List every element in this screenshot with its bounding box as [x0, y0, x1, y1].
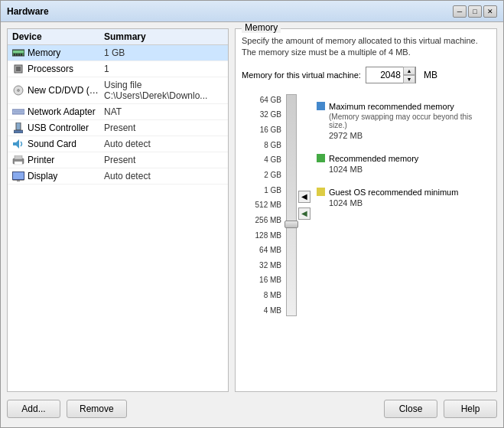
memory-size-row: Memory for this virtual machine: ▲ ▼ MB	[242, 67, 490, 83]
table-row[interactable]: Memory 1 GB	[8, 45, 228, 61]
legend-subtext: (Memory swapping may occur beyond this s…	[329, 113, 490, 129]
device-cell: Display	[12, 171, 104, 181]
summary-cell: Auto detect	[104, 139, 223, 149]
legend-item: Maximum recommended memory (Memory swapp…	[317, 102, 490, 140]
hardware-table: Device Summary Memory 1 GB Processors 1 …	[7, 28, 229, 392]
scale-label: 2 GB	[242, 171, 281, 179]
slider-thumb[interactable]	[285, 221, 298, 228]
summary-column-header: Summary	[104, 31, 223, 42]
legend-color-dot	[317, 154, 325, 162]
spin-buttons: ▲ ▼	[403, 67, 415, 83]
hardware-window: Hardware ─ □ ✕ Device Summary Memory 1 G…	[0, 0, 504, 428]
svg-rect-16	[15, 155, 22, 159]
device-name: New CD/DVD (…	[28, 85, 99, 96]
svg-rect-20	[17, 180, 20, 181]
scale-label: 512 MB	[242, 201, 281, 209]
scale-label: 64 GB	[242, 96, 281, 104]
right-buttons: Close Help	[384, 400, 497, 418]
svg-rect-13	[14, 130, 23, 133]
scale-label: 8 MB	[242, 291, 281, 299]
sound-icon	[12, 139, 24, 149]
legend-header: Recommended memory	[317, 154, 490, 163]
device-cell: Processors	[12, 64, 104, 74]
scale-label: 256 MB	[242, 216, 281, 224]
svg-rect-4	[18, 54, 20, 56]
right-panel: Memory Specify the amount of memory allo…	[235, 28, 497, 392]
scale-label: 16 GB	[242, 126, 281, 134]
summary-cell: 1 GB	[104, 47, 223, 58]
svg-marker-14	[13, 139, 19, 149]
window-body: Device Summary Memory 1 GB Processors 1 …	[1, 22, 503, 427]
minimize-button[interactable]: ─	[453, 5, 467, 18]
table-row[interactable]: USB Controller Present	[8, 120, 228, 136]
network-icon	[12, 107, 24, 116]
restore-button[interactable]: □	[468, 5, 482, 18]
legend-color-dot	[317, 188, 325, 196]
title-bar: Hardware ─ □ ✕	[1, 1, 503, 22]
summary-cell: Present	[104, 123, 223, 133]
summary-cell: Present	[104, 155, 223, 165]
scale-label: 1 GB	[242, 186, 281, 194]
cdrom-icon	[12, 86, 24, 95]
spin-up-button[interactable]: ▲	[403, 67, 415, 75]
table-body: Memory 1 GB Processors 1 New CD/DVD (… U…	[8, 45, 228, 391]
table-row[interactable]: Processors 1	[8, 61, 228, 77]
legend-label: Recommended memory	[329, 154, 418, 163]
scale-label: 32 MB	[242, 261, 281, 270]
memory-slider-track[interactable]	[286, 94, 297, 316]
svg-rect-23	[317, 154, 325, 162]
spin-down-button[interactable]: ▼	[403, 75, 415, 83]
device-cell: Network Adapter	[12, 106, 104, 117]
left-buttons: Add... Remove	[7, 400, 127, 418]
legend-item: Guest OS recommended minimum 1024 MB	[317, 188, 490, 207]
legend-color-dot	[317, 102, 325, 110]
legend-header: Maximum recommended memory	[317, 102, 490, 111]
table-row[interactable]: Printer Present	[8, 152, 228, 168]
legend-header: Guest OS recommended minimum	[317, 188, 490, 197]
slider-area: 64 GB32 GB16 GB8 GB4 GB2 GB1 GB512 MB256…	[242, 94, 490, 316]
summary-cell: 1	[104, 64, 223, 74]
svg-rect-2	[14, 54, 15, 56]
svg-rect-7	[16, 67, 21, 71]
table-row[interactable]: Sound Card Auto detect	[8, 136, 228, 152]
table-row[interactable]: Display Auto detect	[8, 168, 228, 185]
memory-unit-label: MB	[424, 70, 437, 80]
help-button[interactable]: Help	[444, 400, 497, 418]
memory-input-group: ▲ ▼	[366, 67, 416, 83]
svg-rect-17	[15, 162, 22, 165]
device-name: Memory	[28, 47, 60, 58]
printer-icon	[12, 155, 24, 165]
window-controls: ─ □ ✕	[453, 5, 497, 18]
slider-arrows: ◀ ◀	[298, 94, 312, 316]
add-button[interactable]: Add...	[7, 400, 60, 418]
memory-size-label: Memory for this virtual machine:	[242, 70, 361, 80]
device-cell: USB Controller	[12, 123, 104, 133]
scale-label: 4 MB	[242, 306, 281, 315]
device-name: Printer	[28, 155, 54, 165]
device-column-header: Device	[12, 31, 104, 42]
remove-button[interactable]: Remove	[67, 400, 127, 418]
slider-arrow-down[interactable]: ◀	[298, 207, 311, 220]
svg-rect-12	[16, 123, 21, 130]
memory-group-box: Memory Specify the amount of memory allo…	[235, 28, 497, 392]
slider-arrow-up[interactable]: ◀	[298, 191, 311, 203]
table-row[interactable]: Network Adapter NAT	[8, 104, 228, 120]
scale-label: 64 MB	[242, 246, 281, 254]
table-row[interactable]: New CD/DVD (… Using file C:\Users\Derek\…	[8, 77, 228, 104]
memory-icon	[12, 48, 24, 57]
svg-rect-1	[13, 51, 24, 53]
usb-icon	[12, 123, 24, 132]
svg-rect-5	[21, 54, 22, 56]
legend-label: Guest OS recommended minimum	[329, 188, 458, 197]
close-window-button[interactable]: ✕	[483, 5, 497, 18]
device-cell: Sound Card	[12, 139, 104, 149]
legend-value: 1024 MB	[329, 198, 490, 207]
scale-labels: 64 GB32 GB16 GB8 GB4 GB2 GB1 GB512 MB256…	[242, 94, 281, 316]
summary-cell: Using file C:\Users\Derek\Downlo...	[104, 80, 223, 101]
legend-item: Recommended memory 1024 MB	[317, 154, 490, 174]
bottom-area: Add... Remove Close Help	[7, 397, 497, 421]
legend-area: Maximum recommended memory (Memory swapp…	[317, 94, 490, 316]
memory-value-input[interactable]	[366, 67, 403, 83]
close-button[interactable]: Close	[384, 400, 437, 418]
device-name: Processors	[28, 64, 73, 74]
